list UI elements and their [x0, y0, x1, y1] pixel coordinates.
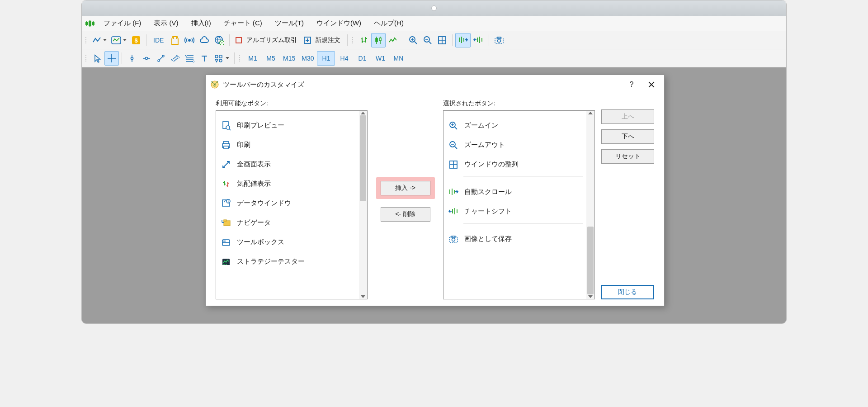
candle-chart-button[interactable]: [371, 33, 386, 47]
algo-trading-button[interactable]: アルゴリズム取引: [232, 33, 301, 47]
line-chart-button[interactable]: [90, 33, 109, 47]
new-order-button[interactable]: 新規注文: [301, 33, 344, 47]
autoscroll-button[interactable]: [455, 33, 471, 47]
svg-point-64: [185, 55, 187, 56]
reset-button[interactable]: リセット: [601, 149, 654, 164]
transfer-buttons: 挿入 -> <- 削除: [374, 99, 437, 299]
ide-button[interactable]: IDE: [149, 33, 168, 47]
svg-rect-3: [86, 23, 88, 24]
crosshair-button[interactable]: [104, 51, 119, 66]
hline-button[interactable]: [139, 51, 154, 66]
menu-chart[interactable]: チャート (C): [219, 17, 267, 29]
timeframe-d1[interactable]: D1: [353, 51, 371, 66]
menu-window[interactable]: ウインドウ(W): [312, 17, 366, 29]
timeframe-w1[interactable]: W1: [371, 51, 389, 66]
svg-point-114: [452, 238, 455, 241]
dialog-title: ツールバーのカスタマイズ: [223, 80, 304, 89]
remove-button[interactable]: <- 削除: [381, 207, 430, 222]
toolbar-grip[interactable]: [351, 34, 356, 47]
line-chart-alt-button[interactable]: [386, 33, 400, 47]
menubar: ファイル (F) 表示 (V) 挿入(I) チャート (C) ツール(T) ウイ…: [82, 16, 786, 31]
svg-line-102: [455, 147, 457, 149]
toolbar-grip[interactable]: [238, 52, 243, 65]
market-button[interactable]: [168, 33, 182, 47]
toolbar-grip[interactable]: [85, 34, 89, 47]
menu-view[interactable]: 表示 (V): [149, 17, 183, 29]
svg-rect-5: [92, 23, 94, 24]
timeframe-m15[interactable]: M15: [280, 51, 298, 66]
scroll-down-icon[interactable]: [361, 295, 365, 298]
svg-rect-87: [224, 220, 226, 221]
timeframe-mn[interactable]: MN: [389, 51, 407, 66]
scroll-thumb[interactable]: [587, 227, 594, 294]
dollar-button[interactable]: $: [129, 33, 143, 47]
market-watch-icon: [220, 178, 232, 190]
scrollbar[interactable]: [359, 111, 367, 299]
list-item: iデータウインドウ: [216, 194, 359, 213]
timeframe-m30[interactable]: M30: [298, 51, 317, 66]
menu-tools[interactable]: ツール(T): [270, 17, 308, 29]
svg-point-53: [158, 60, 160, 62]
save-image-button[interactable]: [492, 33, 506, 47]
toolbar-row-2: M1 M5 M15 M30 H1 H4 D1 W1 MN: [82, 49, 786, 67]
app-window: ファイル (F) 表示 (V) 挿入(I) チャート (C) ツール(T) ウイ…: [81, 0, 787, 324]
close-button[interactable]: 閉じる: [601, 285, 654, 299]
vps-button[interactable]: +: [212, 33, 226, 47]
list-item: ツールボックス: [216, 232, 359, 252]
scroll-up-icon[interactable]: [588, 112, 593, 114]
svg-rect-81: [224, 146, 228, 149]
toolbar-grip[interactable]: [85, 52, 89, 65]
chart-shift-button[interactable]: [471, 33, 486, 47]
selected-label: 選択されたボタン:: [443, 99, 595, 108]
vline-button[interactable]: [125, 51, 139, 66]
timeframe-h4[interactable]: H4: [335, 51, 353, 66]
dialog-close-button[interactable]: [643, 78, 660, 91]
list-separator: [236, 111, 355, 114]
list-item: 画像として保存: [443, 229, 586, 249]
indicator-chart-button[interactable]: [109, 33, 129, 47]
zoom-out-button[interactable]: [420, 33, 435, 47]
toolbar-separator: [234, 52, 235, 64]
menu-help[interactable]: ヘルプ(H): [369, 17, 408, 29]
menu-file[interactable]: ファイル (F): [99, 17, 146, 29]
svg-point-57: [171, 59, 173, 60]
timeframe-h1[interactable]: H1: [317, 51, 335, 66]
chart-shift-icon: [447, 205, 460, 218]
signals-button[interactable]: [182, 33, 197, 47]
svg-point-71: [219, 59, 222, 62]
insert-button[interactable]: 挿入 ->: [381, 181, 430, 195]
dialog-help-button[interactable]: ?: [623, 78, 640, 91]
scroll-up-icon[interactable]: [361, 112, 365, 114]
list-separator: [463, 111, 583, 114]
move-up-button[interactable]: 上へ: [601, 109, 654, 124]
dropdown-caret-icon: [123, 39, 127, 41]
move-down-button[interactable]: 下へ: [601, 129, 654, 144]
list-item: 自動スクロール: [443, 182, 586, 202]
toolbar-separator: [122, 52, 122, 64]
bar-chart-button[interactable]: [357, 33, 371, 47]
cloud-button[interactable]: [197, 33, 212, 47]
timeframe-m1[interactable]: M1: [244, 51, 262, 66]
scroll-thumb[interactable]: [360, 115, 366, 201]
insert-highlight: 挿入 ->: [376, 177, 435, 199]
scrollbar[interactable]: [586, 111, 594, 299]
timeframe-m5[interactable]: M5: [262, 51, 280, 66]
svg-rect-95: [223, 264, 225, 265]
shapes-button[interactable]: [212, 51, 231, 66]
available-listbox[interactable]: 印刷プレビュー 印刷 全画面表示 気配値表示 iデータウインドウ ナビゲータ ツ…: [216, 110, 368, 299]
scroll-down-icon[interactable]: [588, 295, 593, 298]
trendline-button[interactable]: [154, 51, 168, 66]
channel-button[interactable]: [168, 51, 183, 66]
svg-point-77: [226, 126, 230, 129]
fibo-button[interactable]: [183, 51, 197, 66]
tile-windows-button[interactable]: [435, 33, 449, 47]
svg-point-58: [176, 55, 177, 57]
text-button[interactable]: [197, 51, 212, 66]
list-item: 印刷プレビュー: [216, 116, 359, 135]
cursor-button[interactable]: [90, 51, 104, 66]
svg-line-28: [415, 42, 417, 44]
selected-listbox[interactable]: ズームイン ズームアウト ウインドウの整列 自動スクロール チャートシフト 画像…: [443, 110, 595, 299]
zoom-in-button[interactable]: [406, 33, 420, 47]
svg-line-78: [229, 129, 231, 130]
menu-insert[interactable]: 挿入(I): [187, 17, 216, 29]
